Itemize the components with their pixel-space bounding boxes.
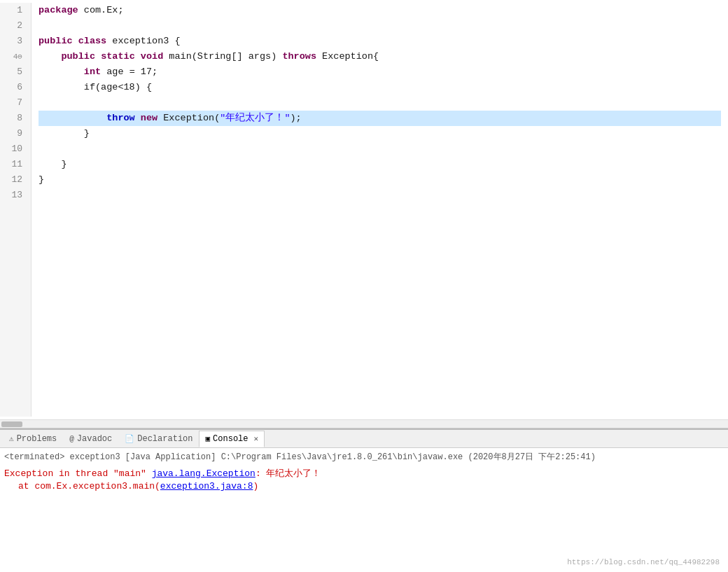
horizontal-scrollbar[interactable]: [0, 419, 728, 428]
console-tab-label: Console: [213, 434, 248, 444]
console-error-line1: Exception in thread "main" java.lang.Exc…: [4, 467, 724, 480]
code-line-12: }: [38, 172, 721, 188]
line-number-5: 5: [6, 64, 25, 80]
code-line-13: [38, 188, 721, 203]
line-number-2: 2: [6, 18, 25, 34]
code-line-7: [38, 95, 721, 111]
panel-tabs: ⚠Problems@Javadoc📄Declaration▣Console✕: [0, 430, 728, 448]
editor-container: 1234⊖5678910111213 package com.Ex; publi…: [0, 0, 728, 572]
line-numbers: 1234⊖5678910111213: [0, 3, 31, 417]
code-line-4: public static void main(String[] args) t…: [38, 49, 721, 64]
problems-tab-label: Problems: [17, 434, 57, 444]
line-number-11: 11: [6, 157, 25, 172]
error-prefix-2: at com.Ex.exception3.main(: [18, 481, 160, 491]
declaration-tab-label: Declaration: [137, 434, 192, 444]
exception-link[interactable]: java.lang.Exception: [152, 468, 255, 479]
javadoc-tab-label: Javadoc: [77, 434, 112, 444]
code-lines: package com.Ex; public class exception3 …: [31, 3, 728, 417]
code-line-11: }: [38, 157, 721, 172]
problems-tab-icon: ⚠: [9, 434, 14, 443]
javadoc-tab-icon: @: [69, 435, 74, 443]
line-number-13: 13: [6, 188, 25, 203]
line-number-6: 6: [6, 80, 25, 95]
console-close-icon[interactable]: ✕: [254, 434, 259, 443]
console-error-line2: at com.Ex.exception3.main(exception3.jav…: [4, 481, 724, 491]
tab-problems[interactable]: ⚠Problems: [3, 431, 63, 447]
line-number-3: 3: [6, 34, 25, 49]
code-line-3: public class exception3 {: [38, 34, 721, 49]
declaration-tab-icon: 📄: [125, 434, 134, 443]
line-number-7: 7: [6, 95, 25, 111]
tab-javadoc[interactable]: @Javadoc: [63, 431, 118, 447]
line-number-1: 1: [6, 3, 25, 18]
code-line-6: if(age<18) {: [38, 80, 721, 95]
line-number-8: 8: [6, 111, 25, 126]
code-line-8: throw new Exception("年纪太小了！");: [38, 111, 721, 126]
console-terminated-line: <terminated> exception3 [Java Applicatio…: [4, 451, 724, 463]
code-line-10: [38, 141, 721, 157]
error-suffix-1: : 年纪太小了！: [255, 468, 321, 479]
error-suffix-2: ): [253, 481, 258, 491]
console-content[interactable]: <terminated> exception3 [Java Applicatio…: [0, 448, 728, 572]
line-number-9: 9: [6, 126, 25, 141]
error-prefix-1: Exception in thread "main": [4, 468, 152, 479]
code-area[interactable]: 1234⊖5678910111213 package com.Ex; publi…: [0, 0, 728, 419]
tab-console[interactable]: ▣Console✕: [199, 431, 265, 447]
stack-trace-link[interactable]: exception3.java:8: [160, 481, 253, 491]
console-tab-icon: ▣: [205, 434, 210, 443]
code-line-9: }: [38, 126, 721, 141]
line-number-10: 10: [6, 141, 25, 157]
code-line-2: [38, 18, 721, 34]
line-number-12: 12: [6, 172, 25, 188]
watermark: https://blog.csdn.net/qq_44982298: [567, 558, 720, 566]
bottom-panel: ⚠Problems@Javadoc📄Declaration▣Console✕ <…: [0, 428, 728, 572]
code-line-1: package com.Ex;: [38, 3, 721, 18]
line-number-4: 4⊖: [6, 49, 25, 64]
code-line-5: int age = 17;: [38, 64, 721, 80]
scroll-thumb[interactable]: [1, 421, 22, 427]
code-editor[interactable]: 1234⊖5678910111213 package com.Ex; publi…: [0, 0, 728, 428]
tab-declaration[interactable]: 📄Declaration: [118, 431, 199, 447]
